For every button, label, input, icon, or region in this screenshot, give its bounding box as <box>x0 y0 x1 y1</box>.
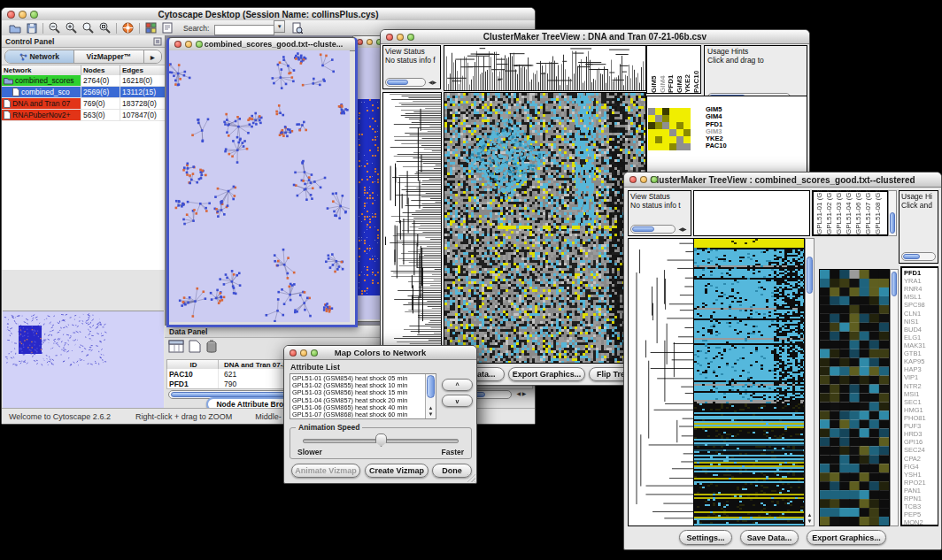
minimize-button[interactable] <box>397 34 404 41</box>
tv2-gene-label[interactable]: NIS1 <box>904 318 938 326</box>
help-icon[interactable] <box>122 22 134 34</box>
tv1-column-label[interactable]: GIM5 <box>650 65 659 93</box>
zoom-fit-icon[interactable] <box>99 22 111 34</box>
zoom-button[interactable] <box>311 349 318 357</box>
tv2-gene-label[interactable]: YSH1 <box>904 471 938 479</box>
close-button[interactable] <box>174 41 181 48</box>
zoom-in-icon[interactable] <box>66 22 77 34</box>
tv2-gene-label[interactable]: CLN1 <box>904 310 938 318</box>
tv2-hints-hscrollbar[interactable] <box>901 252 936 261</box>
zoom-selected-icon[interactable] <box>82 22 94 34</box>
tv2-heatmap2-vscrollbar[interactable] <box>890 269 899 526</box>
new-attribute-icon[interactable] <box>189 340 201 353</box>
minimize-button[interactable] <box>19 11 27 19</box>
tv2-gene-label[interactable]: MSL1 <box>904 293 938 301</box>
zoom-button[interactable] <box>651 176 658 183</box>
tv2-heatmap-vscrollbar[interactable]: ▲▼ <box>805 238 815 526</box>
tv2-column-label[interactable]: GPL51-04 (GSM857) <box>845 190 854 234</box>
tv1-export-graphics-button[interactable]: Export Graphics... <box>508 367 585 381</box>
zoom-button[interactable] <box>30 11 38 19</box>
delete-attribute-icon[interactable] <box>205 340 218 354</box>
close-button[interactable] <box>357 39 363 45</box>
open-file-icon[interactable] <box>9 23 21 34</box>
tv1-gene-labels[interactable]: GIM5GIM4PFD1GIM3YKE2PAC10 <box>706 106 727 150</box>
hscroll-arrows[interactable]: ◀▶ <box>676 226 689 233</box>
tv2-gene-label[interactable]: PEP5 <box>904 510 938 518</box>
tv2-gene-label[interactable]: NTR2 <box>904 382 938 390</box>
tv1-column-label[interactable]: YKE2 <box>683 65 692 93</box>
tv2-gene-label[interactable]: HAP3 <box>904 365 938 373</box>
tv2-gene-label[interactable]: KAP95 <box>904 357 938 365</box>
vscroll-thumb[interactable] <box>807 257 813 294</box>
hscroll-arrows[interactable]: ◀▶ <box>427 80 438 86</box>
tv2-gene-label[interactable]: PFD1 <box>904 269 938 277</box>
close-button[interactable] <box>386 34 393 41</box>
tv2-gene-label[interactable]: FIG4 <box>904 463 938 471</box>
hscroll-thumb[interactable] <box>387 80 408 85</box>
attribute-list-vscrollbar[interactable]: ▲▼ <box>425 374 436 418</box>
minimize-button[interactable] <box>640 176 647 183</box>
network-window-1-titlebar[interactable]: combined_scores_good.txt--cluste... <box>169 38 355 51</box>
tv2-gene-label[interactable]: PUF3 <box>904 422 938 430</box>
network-table-row[interactable]: DNA and Tran 07769(0)183728(0) <box>2 98 165 110</box>
dialog-titlebar[interactable]: Map Colors to Network <box>284 346 476 360</box>
move-down-button[interactable]: v <box>442 395 473 407</box>
tab-overflow[interactable]: ▶ <box>144 50 161 63</box>
tv2-gene-label[interactable]: GTB1 <box>904 349 938 357</box>
tv1-row-dendrogram[interactable] <box>383 93 441 363</box>
attribute-list-item[interactable]: GPL51-06 (GSM865) heat shock 40 min <box>292 404 423 411</box>
tv2-gene-label[interactable]: RPN1 <box>904 495 938 502</box>
search-options-icon[interactable] <box>292 22 303 34</box>
tv2-column-label[interactable]: GPL51-03 (GSM856) <box>835 190 845 234</box>
col-nodes[interactable]: Nodes <box>81 65 120 75</box>
tv2-gene-label[interactable]: TCB3 <box>904 502 938 510</box>
tv2-heatmap[interactable] <box>694 239 804 525</box>
vizmapper-icon[interactable] <box>145 22 157 34</box>
close-button[interactable] <box>290 349 297 357</box>
tv2-gene-label[interactable]: BUD4 <box>904 326 938 334</box>
hscroll-thumb[interactable] <box>632 226 654 232</box>
tv2-gene-label[interactable]: PHO81 <box>904 414 938 422</box>
tv2-gene-label[interactable]: YRA1 <box>904 277 938 285</box>
minimize-button[interactable] <box>185 41 192 48</box>
search-input[interactable] <box>214 25 274 35</box>
vscroll-thumb[interactable] <box>427 375 435 398</box>
zoom-button[interactable] <box>196 41 203 48</box>
save-icon[interactable] <box>27 23 37 34</box>
treeview2-titlebar[interactable]: ClusterMaker TreeView : combined_scores_… <box>624 173 941 188</box>
attribute-list[interactable]: GPL51-01 (GSM854) heat shock 05 minGPL51… <box>290 373 436 419</box>
tv2-gene-label[interactable]: RPO21 <box>904 479 938 487</box>
minimize-button[interactable] <box>367 39 373 45</box>
vscroll-thumb[interactable] <box>892 272 897 296</box>
tv1-column-label[interactable]: GIM3 <box>676 65 684 93</box>
hscroll-arrows[interactable]: ◀ ▶ <box>513 391 529 397</box>
animate-vizmap-button[interactable]: Animate Vizmap <box>291 464 360 478</box>
tv1-column-dendrogram[interactable] <box>444 46 645 90</box>
tv2-gene-label[interactable]: ELG1 <box>904 334 938 341</box>
tv2-gene-label[interactable]: HMG1 <box>904 406 938 414</box>
tv2-gene-label[interactable]: RNR4 <box>904 285 938 293</box>
col-network[interactable]: Network <box>2 65 81 75</box>
minimize-button[interactable] <box>300 349 307 357</box>
attribute-list-item[interactable]: GPL51-04 (GSM857) heat shock 20 min <box>292 397 423 404</box>
tv1-row-label[interactable]: PAC10 <box>706 142 727 150</box>
tv2-column-label[interactable]: GPL51-02 (GSM855) <box>825 190 835 234</box>
tv2-gene-label[interactable]: SEC1 <box>904 398 938 406</box>
vscroll-arrows[interactable]: ▲▼ <box>426 405 436 418</box>
tv2-settings-button[interactable]: Settings... <box>679 530 732 545</box>
tv2-status-hscrollbar[interactable] <box>630 225 676 234</box>
tv2-gene-label[interactable]: CPA2 <box>904 455 938 463</box>
speed-slider-thumb[interactable] <box>375 433 387 447</box>
tv2-column-label[interactable]: GPL51-06 (GSM865) <box>854 190 864 234</box>
tv2-column-labels[interactable]: GPL51-01 (GSM854)GPL51-02 (GSM855)GPL51-… <box>812 190 888 236</box>
tv2-gene-labels[interactable]: PFD1YRA1RNR4MSL1SPC98CLN1NIS1BUD4ELG1MAK… <box>900 266 938 526</box>
attribute-list-item[interactable]: GPL51-02 (GSM855) heat shock 10 min <box>292 382 423 389</box>
tab-network[interactable]: Network <box>5 50 74 63</box>
tab-vizmapper[interactable]: VizMapper™ <box>74 50 143 63</box>
network-table-row[interactable]: combined_sco2569(6)13112(15) <box>2 87 165 98</box>
treeview1-titlebar[interactable]: ClusterMaker TreeView : DNA and Tran 07-… <box>381 30 809 44</box>
tv1-heatmap[interactable] <box>444 93 645 363</box>
attribute-list-item[interactable]: GPL51-01 (GSM854) heat shock 05 min <box>292 375 423 382</box>
birdseye-view[interactable] <box>3 311 164 408</box>
tv2-gene-label[interactable]: MSI1 <box>904 390 938 398</box>
